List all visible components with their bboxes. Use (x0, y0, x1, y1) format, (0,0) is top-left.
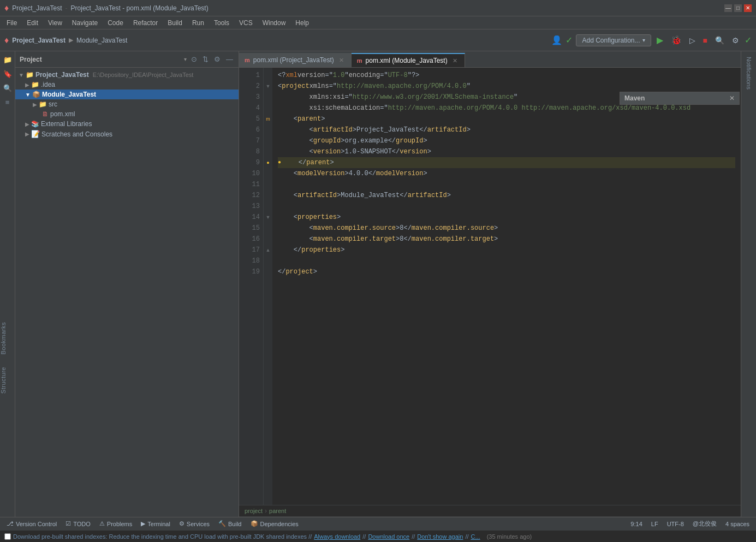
maven-close-button[interactable]: ✕ (729, 94, 735, 102)
lf-label: LF (651, 521, 658, 527)
build-label: Build (228, 521, 241, 527)
structure-sidebar-label[interactable]: Structure (0, 364, 15, 397)
editor-content[interactable]: 1 2 3 4 5 6 7 8 9 10 11 12 13 14 15 16 1… (239, 68, 741, 505)
status-version-control[interactable]: ⎇ Version Control (4, 519, 59, 528)
tree-src-label: src (49, 100, 57, 108)
fold-icon-line5[interactable]: m (266, 116, 270, 122)
status-encoding[interactable]: UTF-8 (665, 519, 686, 529)
notification-collapse[interactable]: C... (471, 533, 480, 540)
notification-always-download[interactable]: Always download (314, 533, 360, 540)
notif-sep3: // (465, 533, 468, 540)
breadcrumb-project[interactable]: project (245, 508, 263, 514)
code-line-7: <groupId>org.example</groupId> (278, 135, 735, 146)
menu-build[interactable]: Build (163, 18, 187, 28)
titlebar-sep: - (66, 4, 68, 12)
status-terminal[interactable]: ▶ Terminal (139, 519, 172, 528)
menu-tools[interactable]: Tools (210, 18, 234, 28)
status-todo[interactable]: ☑ TODO (63, 519, 93, 528)
tree-idea-folder[interactable]: ▶ 📁 .idea (15, 80, 239, 90)
breadcrumb-parent[interactable]: parent (269, 508, 286, 514)
status-build[interactable]: 🔨 Build (216, 519, 243, 528)
menu-view[interactable]: View (44, 18, 67, 28)
tab-close-module[interactable]: ✕ (451, 57, 459, 65)
menu-vcs[interactable]: VCS (235, 18, 257, 28)
tree-scratch-expand-icon: ▶ (25, 131, 29, 137)
menu-refactor[interactable]: Refactor (129, 18, 162, 28)
maximize-button[interactable]: □ (734, 4, 742, 12)
menu-file[interactable]: File (2, 18, 21, 28)
tree-module-folder[interactable]: ▼ 📦 Module_JavaTest (15, 90, 239, 99)
notification-text: Download pre-built shared indexes: Reduc… (13, 533, 312, 540)
settings-button[interactable]: ⚙ (730, 35, 741, 46)
fold-icon-line14[interactable]: ▼ (266, 215, 271, 220)
close-button[interactable]: ✕ (744, 4, 752, 12)
panel-minimize-button[interactable]: — (225, 54, 234, 64)
menu-run[interactable]: Run (188, 18, 209, 28)
editor-gutter: ▼ m ● ▼ (264, 68, 272, 505)
stop-button[interactable]: ■ (701, 35, 710, 46)
status-position[interactable]: 9:14 (628, 519, 644, 529)
panel-settings-button[interactable]: ⚙ (213, 54, 222, 64)
tab-pom-module[interactable]: m pom.xml (Module_JavaTest) ✕ (352, 53, 465, 67)
panel-locate-button[interactable]: ⊙ (190, 54, 198, 64)
status-problems[interactable]: ⚠ Problems (97, 519, 134, 528)
menu-navigate[interactable]: Navigate (68, 18, 102, 28)
status-dependencies[interactable]: 📦 Dependencies (248, 519, 301, 528)
tree-root-project[interactable]: ▼ 📁 Project_JavaTest E:\Depository_IDEA\… (15, 70, 239, 80)
sidebar-icon-project[interactable]: 📁 (2, 53, 14, 65)
user-label: @北佼俊 (693, 520, 717, 528)
left-sidebar-icons: 📁 🔖 🔍 ≡ (0, 51, 15, 517)
app-logo: ♦ (4, 3, 9, 13)
code-line-15: <maven.compiler.source>8</maven.compiler… (278, 223, 735, 234)
minimize-button[interactable]: — (724, 4, 732, 12)
notification-checkbox[interactable] (4, 533, 11, 540)
dropdown-icon: ▾ (642, 37, 645, 43)
bookmarks-sidebar-label[interactable]: Bookmarks (0, 319, 15, 358)
project-tree: ▼ 📁 Project_JavaTest E:\Depository_IDEA\… (15, 68, 239, 517)
sidebar-icon-bookmarks[interactable]: 🔖 (2, 68, 14, 80)
account-icon[interactable]: 👤 (551, 35, 562, 45)
notifications-label[interactable]: Notifications (745, 53, 753, 93)
menu-edit[interactable]: Edit (22, 18, 43, 28)
notification-dont-show[interactable]: Don't show again (417, 533, 463, 540)
debug-button[interactable]: 🐞 (669, 34, 684, 46)
vcs-icon[interactable]: ✓ (565, 35, 573, 45)
tree-scratches[interactable]: ▶ 📝 Scratches and Consoles (15, 129, 239, 139)
sidebar-icon-find[interactable]: 🔍 (2, 82, 14, 94)
tree-collapse-icon: ▼ (19, 72, 24, 78)
code-editor[interactable]: <?xml version="1.0" encoding="UTF-8"?> <… (272, 68, 741, 505)
add-configuration-button[interactable]: Add Configuration... ▾ (576, 34, 651, 46)
status-services[interactable]: ⚙ Services (177, 519, 212, 528)
status-indent[interactable]: 4 spaces (723, 519, 752, 529)
notification-download-once[interactable]: Download once (368, 533, 409, 540)
titlebar-left: ♦ Project_JavaTest - Project_JavaTest - … (4, 3, 209, 13)
search-everywhere-button[interactable]: 🔍 (713, 35, 727, 46)
fold-icon-line17[interactable]: ▲ (266, 247, 271, 253)
tab-close-project[interactable]: ✕ (337, 56, 346, 64)
menu-window[interactable]: Window (258, 18, 290, 28)
toolbar-module-icon: ▶ (69, 37, 73, 44)
fold-icon-line2[interactable]: ▼ (266, 84, 271, 89)
menu-code[interactable]: Code (103, 18, 128, 28)
vcs-icon-status: ⎇ (7, 520, 14, 527)
coverage-button[interactable]: ▷ (687, 35, 698, 46)
code-line-11 (278, 179, 735, 190)
sidebar-icon-structure[interactable]: ≡ (2, 96, 14, 108)
tree-external-libs[interactable]: ▶ 📚 External Libraries (15, 119, 239, 129)
status-user: @北佼俊 (690, 519, 719, 529)
toolbar: ♦ Project_JavaTest ▶ Module_JavaTest 👤 ✓… (0, 29, 756, 51)
status-lf[interactable]: LF (649, 519, 660, 529)
tab-pom-project[interactable]: m pom.xml (Project_JavaTest) ✕ (239, 53, 352, 67)
panel-sort-button[interactable]: ⇅ (201, 54, 210, 64)
project-panel-dropdown[interactable]: ▾ (184, 56, 187, 62)
tree-src-folder[interactable]: ▶ 📁 src (15, 99, 239, 109)
code-line-19: </project> (278, 266, 735, 277)
tree-pom-file[interactable]: 🗎 pom.xml (15, 109, 239, 119)
tree-root-label: Project_JavaTest (35, 71, 89, 79)
editor-area: m pom.xml (Project_JavaTest) ✕ m pom.xml… (239, 51, 741, 517)
services-label: Services (187, 521, 210, 527)
menu-help[interactable]: Help (291, 18, 313, 28)
run-button[interactable]: ▶ (654, 34, 665, 46)
window-controls[interactable]: — □ ✕ (724, 4, 752, 12)
editor-tabs: m pom.xml (Project_JavaTest) ✕ m pom.xml… (239, 51, 741, 68)
